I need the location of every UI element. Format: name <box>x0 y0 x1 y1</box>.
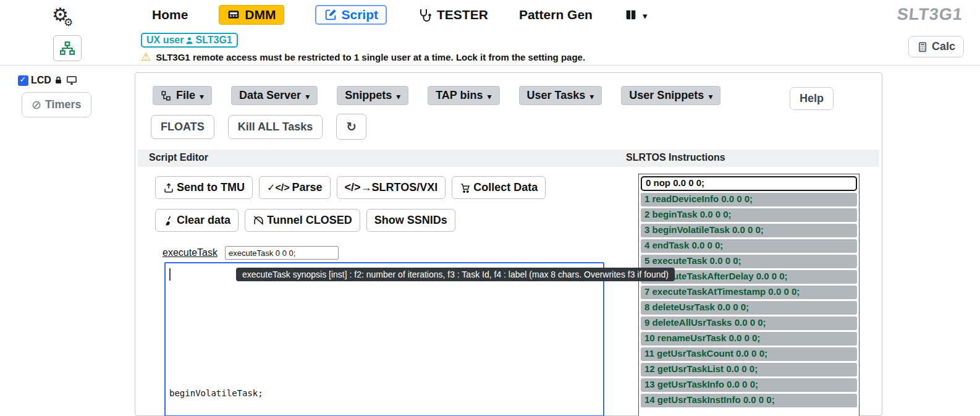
nav-dmm[interactable]: DMM <box>219 5 284 25</box>
tunnel-status-button[interactable]: Tunnel CLOSED <box>245 209 360 232</box>
gear-small-icon: ⚙ <box>64 17 73 28</box>
header: ⚙⚙ Home DMM Script <box>0 0 980 66</box>
file-tree-icon <box>161 90 172 101</box>
slrtos-instructions-list: 0 nop 0.0 0 0; 1 readDeviceInfo 0.0 0 0;… <box>638 174 860 416</box>
floats-button[interactable]: FLOATS <box>151 115 214 139</box>
file-dropdown-label: File <box>176 89 195 102</box>
show-ssnids-button[interactable]: Show SSNIDs <box>366 209 455 232</box>
snippet-input[interactable] <box>225 246 339 260</box>
instruction-row[interactable]: 2 beginTask 0.0 0 0; <box>641 208 857 222</box>
nav-tester[interactable]: TESTER <box>418 7 488 22</box>
monitor-icon <box>65 75 78 86</box>
instruction-row[interactable]: 1 readDeviceInfo 0.0 0 0; <box>641 193 857 206</box>
instruction-row[interactable]: 0 nop 0.0 0 0; <box>641 176 857 191</box>
collect-data-label: Collect Data <box>473 181 538 194</box>
refresh-button[interactable]: ↻ <box>336 114 366 140</box>
nav-home[interactable]: Home <box>152 7 188 22</box>
nav-tester-label: TESTER <box>437 7 488 22</box>
nav-pattern-gen[interactable]: Pattern Gen <box>519 7 593 22</box>
broom-icon <box>163 215 174 226</box>
user-tasks-dropdown[interactable]: User Tasks ▾ <box>519 86 602 105</box>
warning-icon: ⚠ <box>141 50 151 64</box>
kill-all-tasks-button[interactable]: Kill ALL Tasks <box>228 115 323 139</box>
send-to-tmu-button[interactable]: Send to TMU <box>155 176 253 199</box>
instruction-row[interactable]: 9 deleteAllUsrTasks 0.0 0 0; <box>641 316 857 330</box>
sitemap-icon <box>59 40 75 56</box>
calculator-icon <box>917 41 928 53</box>
collect-data-button[interactable]: Collect Data <box>452 176 546 199</box>
snippets-dropdown[interactable]: Snippets ▾ <box>337 86 408 105</box>
parse-label: Parse <box>292 181 323 194</box>
chevron-down-icon: ▾ <box>396 91 400 101</box>
slrtos-vxi-button[interactable]: </>→SLRTOS/VXI <box>337 176 446 199</box>
dmm-meter-icon <box>227 9 240 21</box>
timers-label: Timers <box>45 98 82 111</box>
lcd-checkbox[interactable] <box>18 75 28 86</box>
send-to-tmu-label: Send to TMU <box>177 181 245 194</box>
instruction-row[interactable]: 3 beginVolatileTask 0.0 0 0; <box>641 224 857 237</box>
cart-icon <box>460 182 471 193</box>
tap-bins-dropdown[interactable]: TAP bins ▾ <box>428 86 499 105</box>
executetask-synopsis-tooltip: executeTask synopsis [inst] : f2: number… <box>236 268 675 281</box>
instruction-row[interactable]: 14 getUsrTaskInstInfo 0.0 0 0; <box>641 394 857 407</box>
user-session-badge[interactable]: UX user SLT3G1 <box>141 33 238 48</box>
calc-label: Calc <box>932 40 955 53</box>
chevron-down-icon: ▾ <box>488 91 492 101</box>
help-button[interactable]: Help <box>790 87 834 110</box>
user-tasks-label: User Tasks <box>527 89 586 102</box>
app-logo: SLT3G1 <box>896 5 963 24</box>
nav-dmm-label: DMM <box>245 7 276 22</box>
settings-gears-icon[interactable]: ⚙⚙ <box>52 4 78 25</box>
nav-script[interactable]: Script <box>315 5 387 25</box>
tunnel-closed-icon <box>253 214 264 226</box>
instruction-row[interactable]: 4 endTask 0.0 0 0; <box>641 239 857 253</box>
instruction-row[interactable]: 11 getUsrTaskCount 0.0 0 0; <box>641 347 857 361</box>
file-dropdown[interactable]: File ▾ <box>153 86 212 105</box>
network-topology-button[interactable] <box>53 35 82 61</box>
chevron-down-icon: ▾ <box>200 91 204 101</box>
script-code-editor[interactable]: beginVolatileTask; executeTask 0.0 0 0 V… <box>164 262 604 416</box>
tap-bins-label: TAP bins <box>436 89 483 102</box>
timers-button[interactable]: ⊘ Timers <box>22 92 91 117</box>
instruction-row[interactable]: 5 executeTask 0.0 0 0; <box>641 255 857 268</box>
snippet-tab-row: executeTask <box>163 246 339 260</box>
show-ssnids-label: Show SSNIDs <box>374 214 447 227</box>
tab-executetask[interactable]: executeTask <box>163 247 218 260</box>
chevron-down-icon: ▾ <box>643 11 648 22</box>
book-icon <box>623 8 638 22</box>
instruction-row[interactable]: 13 getUsrTaskInfo 0.0 0 0; <box>641 378 857 392</box>
script-editor-title: Script Editor <box>149 152 208 163</box>
clear-data-button[interactable]: Clear data <box>155 209 239 232</box>
calc-button[interactable]: Calc <box>908 36 964 57</box>
chevron-down-icon: ▾ <box>589 91 594 101</box>
parse-button[interactable]: ✓</> Parse <box>259 176 331 199</box>
editor-buttons-row-2: Clear data Tunnel CLOSED Show SSNIDs <box>155 209 455 232</box>
user-snippets-dropdown[interactable]: User Snippets ▾ <box>621 86 720 105</box>
data-server-label: Data Server <box>239 89 301 102</box>
slrtos-instructions-title: SLRTOS Instructions <box>626 152 725 163</box>
instruction-row[interactable]: 10 renameUsrTask 0.0 0 0; <box>641 332 857 346</box>
code-line <box>169 297 601 312</box>
warning-text: SLT3G1 remote access must be restricted … <box>156 52 585 62</box>
code-line <box>169 341 601 356</box>
section-header-bar: Script Editor SLRTOS Instructions <box>138 150 879 167</box>
chevron-down-icon: ▾ <box>708 91 712 101</box>
stethoscope-icon <box>418 7 433 22</box>
chevron-down-icon: ▾ <box>305 91 310 101</box>
blocked-icon: ⊘ <box>32 98 41 112</box>
lcd-option-row: LCD <box>18 75 78 86</box>
instruction-row[interactable]: 12 getUsrTaskList 0.0 0 0; <box>641 363 857 376</box>
nav-script-label: Script <box>342 7 379 22</box>
menu-dropdown-row: File ▾ Data Server ▾ Snippets ▾ TAP bins… <box>153 86 720 105</box>
script-workspace-panel: File ▾ Data Server ▾ Snippets ▾ TAP bins… <box>135 72 882 416</box>
main-nav: Home DMM Script TESTER <box>152 1 647 28</box>
code-line: beginVolatileTask; <box>169 386 601 401</box>
lock-icon <box>54 75 63 85</box>
nav-docs[interactable]: ▾ <box>623 8 648 22</box>
instruction-row[interactable]: 8 deleteUsrTask 0.0 0 0; <box>641 301 857 315</box>
person-icon <box>185 36 194 45</box>
instruction-row[interactable]: 7 executeTaskAtTimestamp 0.0 0 0; <box>641 286 857 299</box>
remote-access-warning: ⚠ SLT3G1 remote access must be restricte… <box>141 50 585 64</box>
data-server-dropdown[interactable]: Data Server ▾ <box>231 86 318 105</box>
snippets-label: Snippets <box>345 89 392 102</box>
